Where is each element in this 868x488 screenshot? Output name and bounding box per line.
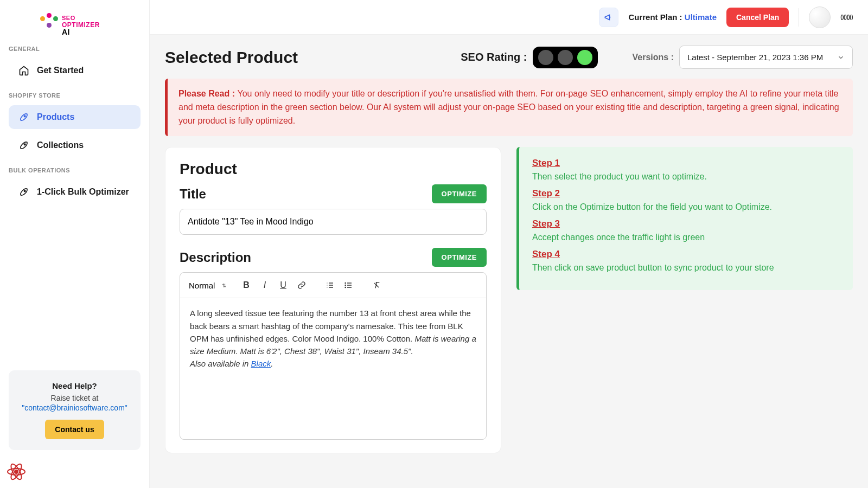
- section-shopify: SHOPIFY STORE: [0, 85, 149, 103]
- home-icon: [18, 65, 29, 76]
- traffic-green: [577, 50, 592, 65]
- contact-us-button[interactable]: Contact us: [45, 420, 104, 439]
- description-label: Description: [180, 250, 251, 265]
- steps-card: Step 1 Then select the product you want …: [516, 147, 853, 290]
- step-4-body: Then click on save product button to syn…: [532, 263, 840, 273]
- rocket-icon: [18, 187, 29, 197]
- sidebar-item-collections[interactable]: Collections: [9, 133, 141, 157]
- section-bulk: BULK OPERATIONS: [0, 159, 149, 178]
- seo-rating: SEO Rating :: [461, 47, 597, 68]
- svg-point-3: [14, 470, 18, 474]
- clear-format-button[interactable]: [368, 277, 385, 293]
- title-input[interactable]: [180, 209, 487, 235]
- sidebar-item-label: Products: [37, 112, 74, 122]
- optimize-description-button[interactable]: OPTIMIZE: [432, 248, 487, 267]
- main: Current Plan : Ultimate Cancel Plan ()()…: [150, 0, 868, 488]
- info-alert: Please Read : You only need to modify yo…: [165, 79, 853, 136]
- underline-button[interactable]: U: [275, 277, 291, 293]
- megaphone-icon: [604, 12, 614, 22]
- versions-label: Versions :: [633, 53, 674, 62]
- current-plan: Current Plan : Ultimate: [628, 12, 717, 22]
- step-1-body: Then select the product you want to opti…: [532, 172, 840, 182]
- step-3-body: Accept changes once the traffic light is…: [532, 233, 840, 242]
- sidebar-item-label: Get Started: [37, 66, 84, 75]
- help-box: Need Help? Raise ticket at "contact@brai…: [9, 370, 141, 450]
- sidebar-item-get-started[interactable]: Get Started: [9, 59, 141, 82]
- link-icon: [297, 281, 306, 290]
- traffic-red: [538, 50, 553, 65]
- rocket-icon: [18, 112, 29, 123]
- avatar[interactable]: [809, 7, 831, 28]
- page-title: Selected Product: [165, 48, 298, 67]
- ordered-list-button[interactable]: [322, 277, 338, 293]
- product-heading: Product: [180, 160, 487, 178]
- black-link[interactable]: Black: [251, 359, 271, 368]
- paragraph-style-select[interactable]: Normal: [186, 279, 227, 292]
- rocket-icon: [18, 140, 29, 151]
- title-label: Title: [180, 187, 206, 202]
- traffic-yellow: [558, 50, 573, 65]
- cancel-plan-button[interactable]: Cancel Plan: [726, 8, 789, 27]
- react-devtools-icon: [5, 461, 27, 483]
- bold-button[interactable]: B: [238, 277, 254, 293]
- editor-toolbar: Normal ⇅ B I U: [180, 273, 486, 298]
- step-2-body: Click on the Optimize button for the fie…: [532, 202, 840, 212]
- app-logo: SEO OPTIMIZER AI: [0, 0, 149, 38]
- topbar: Current Plan : Ultimate Cancel Plan ()()…: [150, 0, 868, 35]
- editor-body[interactable]: A long sleeved tissue tee featuring the …: [180, 298, 486, 439]
- step-4-title: Step 4: [532, 249, 840, 260]
- sidebar-item-label: 1-Click Bulk Optimizer: [37, 187, 129, 197]
- select-caret-icon: ⇅: [222, 282, 226, 288]
- link-button[interactable]: [293, 277, 310, 293]
- unordered-list-button[interactable]: [340, 277, 356, 293]
- svg-point-0: [24, 115, 25, 117]
- chevron-down-icon: [837, 54, 845, 61]
- sidebar-item-bulk-optimizer[interactable]: 1-Click Bulk Optimizer: [9, 180, 141, 204]
- step-3-title: Step 3: [532, 219, 840, 229]
- clear-format-icon: [372, 281, 381, 290]
- help-title: Need Help?: [16, 381, 133, 390]
- versions-select[interactable]: Latest - September 21, 2023 1:36 PM: [679, 46, 853, 69]
- step-1-title: Step 1: [532, 158, 840, 169]
- divider: [799, 8, 799, 27]
- svg-point-2: [24, 190, 25, 192]
- svg-point-1: [24, 144, 25, 145]
- sidebar-item-products[interactable]: Products: [9, 105, 141, 129]
- brand-mini: ()()()(): [840, 14, 853, 20]
- unordered-list-icon: [344, 281, 353, 290]
- svg-point-8: [345, 285, 346, 286]
- italic-button[interactable]: I: [257, 277, 273, 293]
- rich-text-editor: Normal ⇅ B I U: [180, 272, 487, 440]
- sidebar: SEO OPTIMIZER AI GENERAL Get Started SHO…: [0, 0, 150, 488]
- svg-point-9: [345, 287, 346, 288]
- optimize-title-button[interactable]: OPTIMIZE: [432, 184, 487, 203]
- announcement-button[interactable]: [599, 8, 618, 27]
- sidebar-item-label: Collections: [37, 140, 84, 150]
- traffic-light: [533, 47, 598, 68]
- step-2-title: Step 2: [532, 188, 840, 199]
- help-raise: Raise ticket at: [16, 394, 133, 402]
- section-general: GENERAL: [0, 38, 149, 56]
- svg-point-7: [345, 283, 346, 284]
- help-email: "contact@brainiosoftware.com": [16, 403, 133, 412]
- product-card: Product Title OPTIMIZE Description OPTIM…: [165, 147, 501, 453]
- ordered-list-icon: [326, 281, 334, 290]
